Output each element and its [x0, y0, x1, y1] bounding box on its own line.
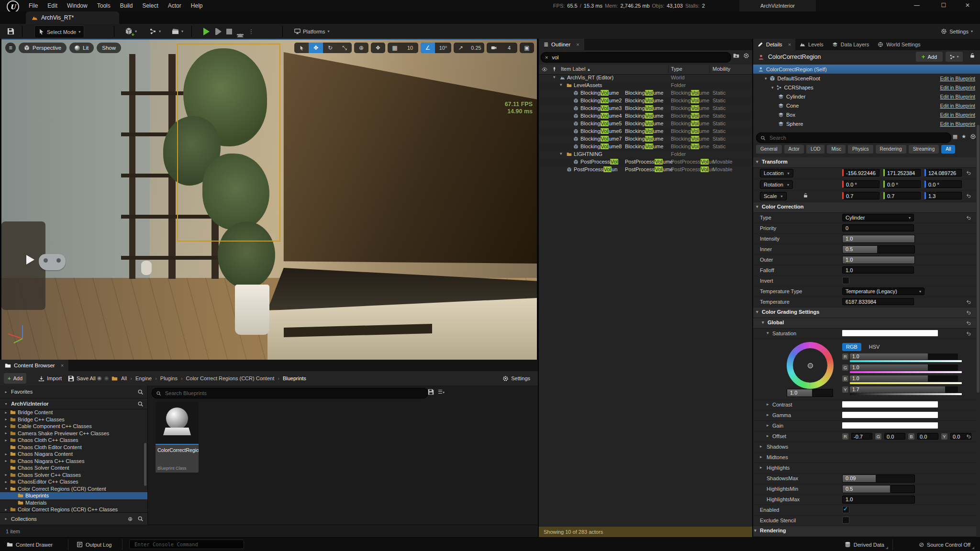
slider-highlightsmin[interactable]: 0.5 — [842, 485, 915, 493]
channel-slider[interactable]: 1.7 — [850, 386, 958, 393]
clear-search-icon[interactable]: × — [545, 55, 548, 60]
filter-all[interactable]: All — [941, 145, 955, 154]
triangle-right-icon[interactable]: ▸ — [4, 459, 8, 463]
section-color-grading-settings[interactable]: ▾Color Grading Settings — [753, 308, 976, 318]
menu-file[interactable]: File — [24, 0, 43, 11]
color-wheel[interactable] — [787, 342, 834, 389]
swatch-gain[interactable] — [842, 422, 938, 429]
folder-chaos-niagara-content[interactable]: ▸Chaos Niagara Content — [0, 451, 147, 458]
wheel-value-slider[interactable]: 1.0 — [787, 389, 833, 397]
crumb-all[interactable]: All — [121, 375, 127, 381]
collections-bar[interactable]: ▸ Collections ⊕ — [0, 512, 147, 525]
add-component-button[interactable]: + Add — [916, 52, 943, 62]
folder-materials[interactable]: Materials — [0, 499, 147, 507]
revert-icon[interactable] — [966, 215, 971, 221]
edit-in-blueprint-link[interactable]: Edit in Blueprint — [940, 112, 975, 118]
checkbox[interactable] — [842, 506, 849, 513]
prop-control-invert[interactable] — [842, 277, 849, 284]
triangle-right-icon[interactable]: ▸ — [760, 454, 762, 459]
value-y[interactable]: 0.7 — [883, 192, 921, 199]
minimize-button[interactable]: — — [907, 0, 926, 11]
lit-button[interactable]: Lit — [69, 43, 94, 53]
outliner-row-blockingvolume8[interactable]: BlockingVolume8BlockingVolumeBlockingVol… — [539, 143, 752, 151]
filter-misc[interactable]: Misc — [827, 145, 846, 154]
component-colorcorrectregion-self[interactable]: ColorCorrectRegion (Self) — [753, 65, 980, 74]
revert-icon[interactable] — [966, 320, 971, 327]
gear-icon[interactable] — [743, 53, 749, 59]
close-icon[interactable]: × — [788, 42, 791, 47]
close-button[interactable]: ✕ — [958, 0, 977, 11]
triangle-right-icon[interactable]: ▸ — [4, 410, 8, 415]
content-drawer-button[interactable]: Content Drawer — [2, 539, 57, 550]
mode-rgb[interactable]: RGB — [842, 343, 861, 351]
stop-button[interactable] — [226, 29, 232, 34]
revert-icon[interactable] — [966, 170, 971, 176]
triangle-right-icon[interactable]: ▸ — [767, 433, 769, 438]
input-temperature[interactable]: 6187.833984 — [842, 298, 914, 305]
component-defaultsceneroot[interactable]: ▾DefaultSceneRootEdit in Blueprint — [753, 74, 980, 83]
asset-search-input[interactable] — [164, 390, 424, 397]
triangle-right-icon[interactable]: ▸ — [4, 438, 8, 442]
outliner-row-levelassets[interactable]: ▾LevelAssetsFolder — [539, 82, 752, 89]
search-icon[interactable] — [137, 516, 144, 522]
column-mobility[interactable]: Mobility — [713, 66, 730, 72]
folder-tree-scrollbar[interactable] — [144, 443, 146, 486]
level-tab[interactable]: ArchVis_RT* — [26, 11, 119, 24]
saturation-swatch[interactable] — [842, 330, 938, 336]
section-color-correction[interactable]: ▾Color Correction — [753, 202, 976, 213]
menu-select[interactable]: Select — [137, 0, 163, 11]
play-button[interactable] — [203, 28, 210, 35]
eye-icon[interactable] — [542, 66, 547, 72]
menu-help[interactable]: Help — [186, 0, 208, 11]
prop-control-inner[interactable]: 0.5 — [842, 245, 915, 253]
slider-inner[interactable]: 0.5 — [842, 245, 915, 253]
triangle-right-icon[interactable]: ▸ — [4, 480, 8, 484]
pin-icon[interactable] — [552, 66, 557, 72]
slider[interactable]: 1.0 — [842, 496, 915, 504]
prop-control-intensity[interactable]: 1.0 — [842, 235, 915, 243]
expander-icon[interactable]: ▾ — [553, 75, 556, 79]
triangle-right-icon[interactable]: ▸ — [760, 444, 762, 449]
prop-control-falloff[interactable]: 1.0 — [842, 266, 914, 274]
column-type[interactable]: Type — [671, 66, 682, 72]
lock-icon[interactable] — [969, 53, 975, 59]
select-tool-button[interactable] — [294, 43, 309, 53]
details-search-input[interactable] — [768, 134, 947, 141]
slider[interactable]: 0.09 — [842, 474, 915, 483]
close-icon[interactable]: × — [576, 42, 579, 47]
triangle-down-icon[interactable]: ▾ — [765, 76, 767, 81]
edit-in-blueprint-link[interactable]: Edit in Blueprint — [940, 76, 975, 81]
menu-build[interactable]: Build — [115, 0, 138, 11]
folder-chaos-solver-c-classes[interactable]: ▸Chaos Solver C++ Classes — [0, 472, 147, 479]
filter-streaming[interactable]: Streaming — [909, 145, 939, 154]
prop-control-temperature[interactable]: 6187.833984 — [842, 298, 914, 305]
triangle-right-icon[interactable]: ▸ — [4, 431, 8, 435]
filter-actor[interactable]: Actor — [784, 145, 804, 154]
triangle-right-icon[interactable]: ▸ — [4, 507, 8, 512]
component-box[interactable]: BoxEdit in Blueprint — [753, 110, 980, 119]
input-falloff[interactable]: 1.0 — [842, 266, 914, 274]
viewport-options-icon[interactable]: ≡ — [5, 43, 16, 53]
menu-window[interactable]: Window — [62, 0, 92, 11]
section-global[interactable]: ▾Global — [753, 318, 976, 329]
settings-dropdown[interactable]: Settings ▾ — [937, 25, 976, 37]
channel-slider[interactable]: 1.0 — [850, 353, 958, 360]
content-browser-settings[interactable]: Settings — [499, 373, 534, 384]
new-folder-icon[interactable] — [733, 53, 739, 59]
crumb-blueprints[interactable]: Blueprints — [283, 375, 306, 381]
menu-edit[interactable]: Edit — [43, 0, 62, 11]
channel-slider[interactable]: 1.0 — [850, 364, 958, 371]
close-icon[interactable]: × — [61, 363, 64, 368]
revert-icon[interactable] — [966, 331, 971, 337]
outliner-row-lightning[interactable]: ▾LIGHTNINGFolder — [539, 151, 752, 158]
prop-control-type[interactable]: Cylinder▾ — [842, 214, 914, 221]
triangle-right-icon[interactable]: ▸ — [4, 452, 8, 456]
favorites-star-icon[interactable]: ★ — [961, 133, 966, 140]
slider-outer[interactable]: 1.0 — [842, 256, 915, 264]
menu-tools[interactable]: Tools — [92, 0, 115, 11]
expander-icon[interactable]: ▾ — [560, 151, 562, 156]
column-item-label[interactable]: Item Label ▲ — [561, 66, 590, 72]
outliner-row-postprocessvolun[interactable]: PostProcessVolunPostProcessVolumePostPro… — [539, 166, 752, 174]
world-space-button[interactable]: ⊕ — [354, 43, 368, 53]
crumb-plugins[interactable]: Plugins — [160, 375, 178, 381]
